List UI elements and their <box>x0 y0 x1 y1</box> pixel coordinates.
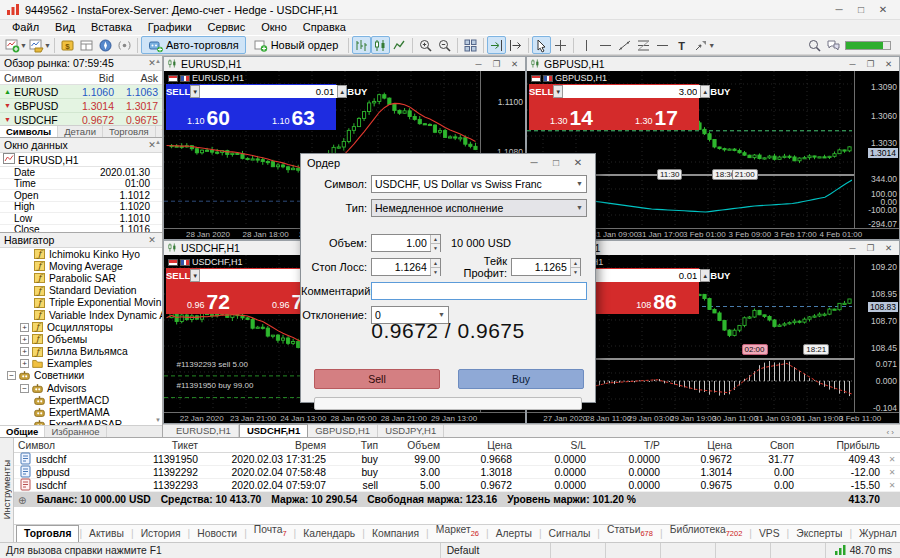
crosshair-icon[interactable] <box>551 36 570 54</box>
stop-loss-stepper[interactable]: ▲▼ <box>371 258 441 276</box>
bottom-tab-vps[interactable]: VPS <box>752 526 787 542</box>
terminal-row-11392292[interactable]: gbpusd113922922020.02.04 07:58:48buy3.00… <box>14 466 900 479</box>
trendline-icon[interactable] <box>615 36 634 54</box>
order-type-select[interactable]: Немедленное исполнение▼ <box>371 199 587 217</box>
terminal-row-11391950[interactable]: usdchf113919502020.02.03 17:31:25buy99.0… <box>14 453 900 466</box>
volume-increase-button[interactable]: ▲ <box>337 85 347 98</box>
chart-tab-usdchf-h1[interactable]: USDCHF,H1 <box>239 424 308 437</box>
autotrade-button[interactable]: Авто-торговля <box>141 36 246 54</box>
market-watch-icon[interactable]: $ <box>58 36 77 54</box>
menu-item-Окно[interactable]: Окно <box>253 20 295 35</box>
navigator-item-ichimoku-kinko-hyo[interactable]: ƒIchimoku Kinko Hyo <box>0 248 162 260</box>
text-tool-icon[interactable]: T <box>672 36 691 54</box>
navigator-item-standard-deviation[interactable]: ƒStandard Deviation <box>0 285 162 297</box>
bottom-tab-алерты[interactable]: Алерты <box>489 526 539 542</box>
market-watch-tab-2[interactable]: Детали <box>58 126 103 137</box>
symbol-select[interactable]: USDCHF, US Dollar vs Swiss Franc▼ <box>371 175 587 193</box>
bottom-tab-библиотека[interactable]: Библиотека7202 <box>663 522 750 542</box>
terminal-column-8[interactable]: T/P <box>590 440 664 451</box>
volume-increase-button[interactable]: ▲ <box>700 85 710 98</box>
navigator-item-advisors[interactable]: −Advisors <box>0 382 162 394</box>
navigator-item-triple-exponential-movin[interactable]: ƒTriple Exponential Movin <box>0 297 162 309</box>
navigator-tab-1[interactable]: Общие <box>0 426 45 437</box>
scroll-up-icon[interactable]: ▲ <box>155 139 161 145</box>
line-chart-icon[interactable] <box>390 36 409 54</box>
close-position-icon[interactable]: ✕ <box>884 455 900 464</box>
navigator-item-moving-average[interactable]: ƒMoving Average <box>0 260 162 272</box>
chart-restore-button[interactable]: ❐ <box>489 59 504 69</box>
column-symbol[interactable]: Символ <box>0 72 74 84</box>
chart-minimize-button[interactable]: ─ <box>845 243 860 253</box>
terminal-column-2[interactable]: Тикет <box>102 440 202 451</box>
vertical-line-icon[interactable] <box>577 36 596 54</box>
tile-windows-icon[interactable] <box>461 36 480 54</box>
search-icon[interactable] <box>805 36 824 54</box>
sell-price[interactable]: 1.1060 <box>166 99 251 130</box>
menu-item-Вид[interactable]: Вид <box>47 20 83 35</box>
close-icon[interactable]: ✕ <box>146 235 158 245</box>
terminal-column-7[interactable]: S/L <box>516 440 590 451</box>
terminal-column-10[interactable]: Своп <box>736 440 798 451</box>
signal-icon[interactable] <box>115 36 134 54</box>
chart-restore-button[interactable]: ❐ <box>863 243 878 253</box>
horizontal-line-icon[interactable] <box>596 36 615 54</box>
navigator-item-expertmama[interactable]: ExpertMAMA <box>0 406 162 418</box>
sell-price[interactable]: 1.3014 <box>529 99 614 130</box>
menu-item-Вставка[interactable]: Вставка <box>83 20 140 35</box>
spin-up-icon[interactable]: ▲ <box>431 235 440 244</box>
terminal-column-1[interactable]: Символ <box>14 440 102 451</box>
column-bid[interactable]: Bid <box>74 72 118 84</box>
one-click-buy-button[interactable]: BUY <box>710 268 730 283</box>
chevron-down-icon[interactable]: ▼ <box>20 42 27 49</box>
time-axis[interactable]: 27 Jan 202028 Jan 11:0029 Jan 03:0029 Ja… <box>527 412 899 423</box>
one-click-sell-button[interactable]: SELL <box>529 84 553 99</box>
autoscroll-icon[interactable] <box>487 36 506 54</box>
menu-item-Графики[interactable]: Графики <box>140 20 200 35</box>
chart-minimize-button[interactable]: ─ <box>471 59 486 69</box>
market-watch-tab-1[interactable]: Символы <box>0 126 58 137</box>
tab-scroll-arrows[interactable]: ‹ › <box>886 428 900 437</box>
market-watch-row-eurusd[interactable]: ▲EURUSD1.10601.1063 <box>0 85 162 99</box>
chart-tab-usdjpy-h1[interactable]: USDJPY,H1 <box>378 425 444 437</box>
bottom-tab-активы[interactable]: Активы <box>82 526 131 542</box>
chart-close-button[interactable]: ✕ <box>881 59 896 69</box>
dialog-minimize-button[interactable]: ─ <box>523 157 545 168</box>
window-minimize-button[interactable]: ─ <box>828 4 850 15</box>
volume-input[interactable] <box>372 235 430 251</box>
bottom-tab-статьи[interactable]: Статьи678 <box>600 522 660 542</box>
chevron-down-icon[interactable]: ▼ <box>708 42 715 49</box>
expand-icon[interactable]: + <box>20 335 29 344</box>
terminal-column-6[interactable]: Цена <box>444 440 516 451</box>
chart-restore-button[interactable]: ❐ <box>863 59 878 69</box>
take-profit-stepper[interactable]: ▲▼ <box>511 258 581 276</box>
zoom-in-icon[interactable] <box>416 36 435 54</box>
buy-price[interactable]: 1.3017 <box>614 99 699 130</box>
spin-up-icon[interactable]: ▲ <box>571 259 580 268</box>
scroll-up-icon[interactable]: ▲ <box>155 58 161 64</box>
market-watch-tab-3[interactable]: Торговля <box>103 126 156 137</box>
terminal-column-4[interactable]: Тип <box>330 440 382 451</box>
navigator-item--[interactable]: −Советники <box>0 370 162 382</box>
menu-item-Файл[interactable]: Файл <box>4 20 47 35</box>
navigator-item--[interactable]: +ƒОсцилляторы <box>0 321 162 333</box>
buy-price[interactable]: 10886 <box>614 283 699 314</box>
volume-increase-button[interactable]: ▲ <box>700 269 710 282</box>
spin-down-icon[interactable]: ▼ <box>431 244 440 252</box>
chart-tab-gbpusd-h1[interactable]: GBPUSD,H1 <box>308 425 378 437</box>
volume-decrease-button[interactable]: ▼ <box>553 85 563 98</box>
one-click-buy-button[interactable]: BUY <box>710 84 730 99</box>
sell-button[interactable]: Sell <box>314 369 440 389</box>
navigator-item-parabolic-sar[interactable]: ƒParabolic SAR <box>0 272 162 284</box>
chart-shift-icon[interactable] <box>506 36 525 54</box>
market-watch-row-gbpusd[interactable]: ▼GBPUSD1.30141.3017 <box>0 99 162 113</box>
terminal-column-11[interactable]: Прибыль <box>798 440 884 451</box>
navigator-icon[interactable] <box>96 36 115 54</box>
dialog-maximize-button[interactable]: □ <box>545 157 567 168</box>
volume-decrease-button[interactable]: ▼ <box>190 85 200 98</box>
spin-down-icon[interactable]: ▼ <box>431 268 440 276</box>
market-watch-tab-4[interactable]: Тик <box>156 126 162 137</box>
take-profit-input[interactable] <box>512 259 570 275</box>
buy-button[interactable]: Buy <box>458 369 584 389</box>
bottom-tab-история[interactable]: История <box>134 526 188 542</box>
chevron-down-icon[interactable]: ▼ <box>44 42 51 49</box>
